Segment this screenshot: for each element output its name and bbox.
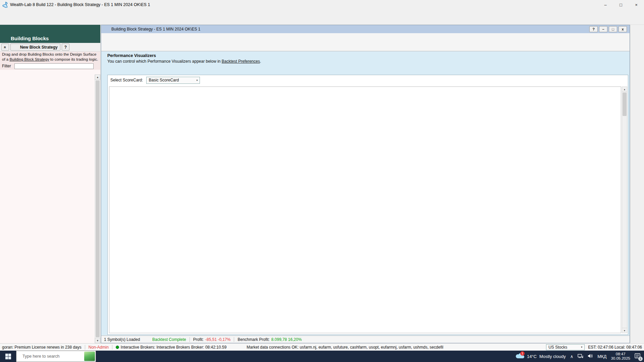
backtest-status-label: Backtest Complete [152, 337, 186, 342]
backtest-preferences-link[interactable]: Backtest Preferences [222, 59, 260, 64]
building-blocks-sidebar: Building Blocks « New Block Strategy ? D… [0, 25, 101, 343]
filter-row: Filter [0, 62, 100, 70]
new-block-strategy-button[interactable]: New Block Strategy [10, 44, 60, 51]
taskbar-clock[interactable]: 08:47 30.05.2025 [611, 352, 630, 361]
panel-tabs [101, 43, 630, 51]
chevron-down-icon: ▾ [196, 79, 198, 82]
building-blocks-icon [3, 36, 8, 41]
minimize-icon[interactable]: – [598, 0, 613, 9]
sidebar-hint: Drag and drop Building Blocks onto the D… [0, 52, 100, 62]
performance-visualizers-title: Performance Visualizers [107, 53, 630, 58]
menu-bar [0, 9, 644, 16]
scroll-up-icon[interactable]: ▲ [95, 74, 100, 80]
wealth-lab-window: Wealth-Lab 8 Build 122 - Building Block … [0, 0, 644, 362]
weather-description: Mostly cloudy [539, 354, 566, 359]
performance-visualizers-description: You can control which Performance Visual… [107, 59, 630, 64]
tray-chevron-up-icon[interactable]: ∧ [570, 354, 574, 359]
weather-badge: 1 [520, 351, 525, 356]
scroll-down-icon[interactable]: ▼ [95, 338, 100, 343]
metrics-report-panel: Select ScoreCard: Basic ScoreCard ▾ ▲ ▼ [107, 75, 628, 335]
app-statusbar: goran: Premium License renews in 238 day… [0, 343, 644, 351]
broker-status: Interactive Brokers: Interactive Brokers… [121, 345, 226, 350]
sidebar-button-row: « New Block Strategy ? [0, 43, 100, 52]
search-highlight-image[interactable] [84, 352, 95, 361]
cloud-icon: 1 [516, 353, 524, 360]
window-title: Wealth-Lab 8 Build 122 - Building Block … [10, 2, 150, 7]
broker-connected-icon [116, 346, 119, 349]
panel-maximize-icon[interactable]: □ [609, 26, 617, 32]
volume-icon[interactable] [588, 354, 593, 359]
panel-titlebar: Building Block Strategy - ES 1 MIN 2024 … [101, 25, 630, 33]
panel-statusbar: 1 Symbol(s) Loaded Backtest Complete Pro… [101, 336, 630, 343]
sidebar-title: Building Blocks [11, 36, 49, 41]
search-placeholder: Type here to search [22, 354, 82, 359]
drawing-toolbar [630, 25, 644, 343]
windows-logo-icon [5, 354, 11, 359]
filter-input[interactable] [14, 63, 94, 69]
wealth-lab-logo-icon [2, 2, 8, 8]
system-tray: 1 14°C Mostly cloudy ∧ МКД 08:47 30.05.2… [516, 351, 644, 362]
panel-title: Building Block Strategy - ES 1 MIN 2024 … [111, 27, 200, 32]
panel-toolbar [101, 33, 630, 43]
sidebar-header: Building Blocks [0, 34, 100, 43]
region-select[interactable]: US Stocks ▾ [546, 344, 585, 350]
notification-badge: 1 [638, 357, 643, 361]
close-icon[interactable]: × [629, 0, 644, 9]
sidebar-icon-bar [0, 25, 100, 34]
building-blocks-icon [104, 26, 109, 32]
sidebar-scrollbar[interactable]: ▲ ▼ [95, 74, 100, 343]
weather-temp: 14°C [527, 354, 537, 359]
clock-status: EST: 02:47:06 Local: 08:47:06 [588, 345, 642, 350]
clock-date: 30.05.2025 [611, 356, 630, 361]
sidebar-help-button[interactable]: ? [62, 44, 69, 51]
start-button[interactable] [0, 351, 16, 362]
benchmark-profit-value: 8.099,78 16,20% [271, 337, 302, 342]
scrollbar-thumb[interactable] [623, 93, 627, 116]
market-data-status: Market data connections OK: usfarm.nj, e… [247, 345, 443, 350]
backtest-results-content: Performance Visualizers You can control … [101, 51, 630, 336]
collapse-all-button[interactable]: « [1, 44, 9, 51]
metrics-table [109, 86, 621, 333]
windows-taskbar: Type here to search 1 14°C Mostly cloudy… [0, 351, 644, 362]
panel-minimize-icon[interactable]: – [599, 26, 607, 32]
scrollbar-thumb[interactable] [96, 80, 100, 337]
table-scrollbar[interactable]: ▲ ▼ [622, 86, 627, 333]
scorecard-select[interactable]: Basic ScoreCard ▾ [146, 77, 200, 84]
building-blocks-tree [0, 74, 95, 343]
strategy-panel: Building Block Strategy - ES 1 MIN 2024 … [101, 25, 630, 343]
benchmark-profit-label: Benchmark Profit: [237, 337, 269, 342]
scroll-down-icon[interactable]: ▼ [622, 328, 627, 333]
license-status: goran: Premium License renews in 238 day… [2, 345, 82, 350]
scroll-up-icon[interactable]: ▲ [622, 87, 627, 92]
network-icon[interactable] [578, 354, 583, 359]
profit-label: Profit: [193, 337, 204, 342]
maximize-icon[interactable]: □ [613, 0, 629, 9]
window-titlebar: Wealth-Lab 8 Build 122 - Building Block … [0, 0, 644, 9]
scorecard-row: Select ScoreCard: Basic ScoreCard ▾ [108, 75, 628, 85]
plus-icon [13, 45, 18, 50]
chevron-down-icon: ▾ [581, 346, 582, 349]
clock-time: 08:47 [611, 352, 630, 356]
building-block-strategy-link[interactable]: Building Block Strategy [9, 57, 49, 61]
notification-center-icon[interactable]: 1 [635, 353, 641, 360]
admin-status: Non-Admin [89, 345, 109, 350]
symbols-loaded-label: 1 Symbol(s) Loaded [101, 337, 152, 342]
scorecard-label: Select ScoreCard: [110, 78, 143, 82]
panel-close-icon[interactable]: x [619, 26, 627, 32]
visualizer-tabs [107, 66, 630, 75]
search-box[interactable]: Type here to search [16, 351, 96, 362]
profit-value: -85,51 -0,17% [205, 337, 230, 342]
app-toolbar [0, 16, 644, 25]
filter-label: Filter [2, 64, 11, 68]
panel-help-button[interactable]: ? [589, 26, 598, 32]
language-indicator[interactable]: МКД [597, 354, 606, 359]
weather-widget[interactable]: 1 14°C Mostly cloudy [516, 353, 566, 360]
